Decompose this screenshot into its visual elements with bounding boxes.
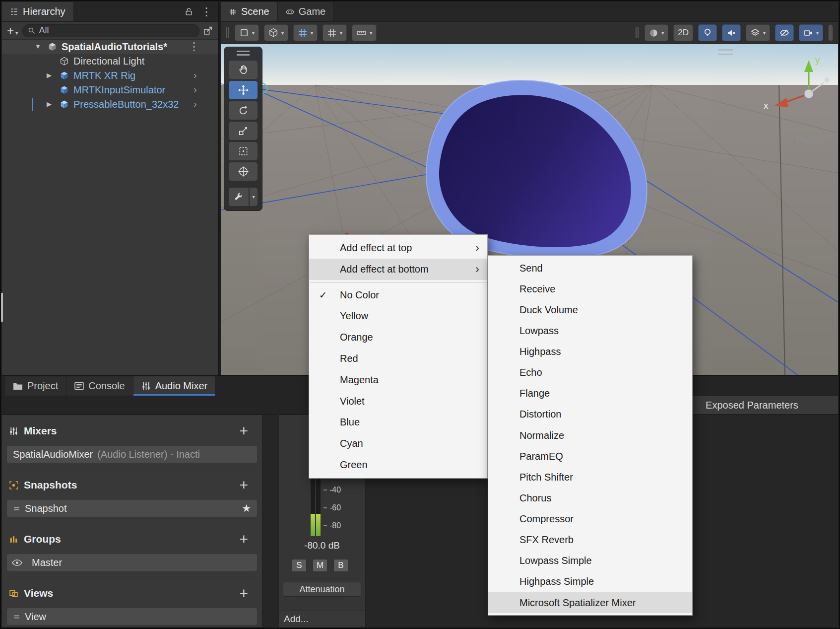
grid-snapping-button[interactable]: ▾ xyxy=(293,24,318,41)
foldout-closed-icon[interactable]: ▶ xyxy=(47,71,52,79)
kebab-menu-icon[interactable]: ⋮ xyxy=(189,41,199,52)
hierarchy-item-mrtk-xr-rig[interactable]: ▶ MRTK XR Rig › xyxy=(2,69,218,83)
menu-item-add-effect-at-bottom[interactable]: Add effect at bottom› xyxy=(309,259,487,280)
lock-icon[interactable] xyxy=(185,7,193,16)
tool-handle-rotation-button[interactable]: ▾ xyxy=(235,24,259,41)
kebab-menu-icon[interactable]: ⋮ xyxy=(201,6,212,17)
menu-item-parameq[interactable]: ParamEQ xyxy=(488,446,692,467)
prefab-open-icon[interactable]: › xyxy=(194,84,197,95)
volume-db-label[interactable]: -80.0 dB xyxy=(279,540,365,551)
palette-drag-handle-icon[interactable] xyxy=(237,51,250,56)
menu-item-echo[interactable]: Echo xyxy=(488,362,692,383)
visibility-toggle[interactable] xyxy=(775,24,794,41)
mute-button[interactable]: M xyxy=(313,559,327,572)
menu-item-duck-volume[interactable]: Duck Volume xyxy=(488,299,692,320)
foldout-closed-icon[interactable]: ▶ xyxy=(47,100,52,108)
add-snapshot-button[interactable]: + xyxy=(239,478,255,492)
hierarchy-item-mrtk-input-simulator[interactable]: MRTKInputSimulator › xyxy=(2,83,218,97)
menu-item-microsoft-spatializer-mixer[interactable]: Microsoft Spatializer Mixer xyxy=(488,592,692,613)
search-input[interactable]: All xyxy=(22,24,199,37)
menu-item-send[interactable]: Send xyxy=(488,258,692,279)
tab-game[interactable]: Game xyxy=(278,2,334,21)
menu-item-chorus[interactable]: Chorus xyxy=(488,488,692,508)
eye-icon[interactable] xyxy=(12,559,22,566)
groups-title: Groups xyxy=(24,533,61,545)
tab-scene[interactable]: Scene xyxy=(221,2,278,21)
mixer-icon xyxy=(141,381,151,391)
scale-icon xyxy=(238,125,249,137)
tab-project[interactable]: Project xyxy=(5,376,66,396)
menu-item-magenta[interactable]: Magenta xyxy=(309,369,487,391)
start-snapshot-star-icon[interactable]: ★ xyxy=(242,502,251,514)
add-mixer-button[interactable]: + xyxy=(239,423,255,438)
orientation-gizmo[interactable]: y x xyxy=(764,55,830,111)
menu-item-pitch-shifter[interactable]: Pitch Shifter xyxy=(488,467,692,488)
menu-item-normalize[interactable]: Normalize xyxy=(488,425,692,446)
2d-toggle[interactable]: 2D xyxy=(673,24,693,41)
menu-item-orange[interactable]: Orange xyxy=(309,327,487,348)
menu-item-lowpass[interactable]: Lowpass xyxy=(488,320,692,341)
snapshot-row[interactable]: Snapshot ★ xyxy=(7,500,257,517)
menu-item-blue[interactable]: Blue xyxy=(309,412,487,433)
menu-item-receive[interactable]: Receive xyxy=(488,279,692,299)
group-row-master[interactable]: Master xyxy=(7,554,257,571)
custom-tool-button[interactable] xyxy=(229,188,249,206)
item-label: MRTKInputSimulator xyxy=(73,84,165,96)
bypass-button[interactable]: B xyxy=(333,559,348,572)
view-row[interactable]: View xyxy=(7,608,257,625)
menu-item-no-color[interactable]: ✓No Color xyxy=(309,284,487,306)
audio-toggle[interactable] xyxy=(722,24,741,41)
hand-tool-button[interactable] xyxy=(229,61,258,79)
menu-item-violet[interactable]: Violet xyxy=(309,391,487,412)
move-tool-button[interactable] xyxy=(229,81,258,99)
menu-item-yellow[interactable]: Yellow xyxy=(309,305,487,327)
create-button[interactable]: +▾ xyxy=(7,24,18,38)
transform-tool-button[interactable] xyxy=(229,162,258,181)
lighting-toggle[interactable] xyxy=(698,24,717,41)
menu-item-sfx-reverb[interactable]: SFX Reverb xyxy=(488,530,692,551)
camera-settings-button[interactable]: ▾ xyxy=(799,24,823,41)
scrollbar-nub[interactable] xyxy=(1,293,3,322)
menu-item-red[interactable]: Red xyxy=(309,348,487,369)
prefab-open-icon[interactable]: › xyxy=(194,98,197,110)
tab-hierarchy[interactable]: Hierarchy xyxy=(2,2,74,21)
hierarchy-row-scene[interactable]: ▼ SpatialAudioTutorials* ⋮ xyxy=(2,40,218,54)
hierarchy-item-directional-light[interactable]: Directional Light xyxy=(2,54,218,69)
hierarchy-item-pressable-button[interactable]: ▶ PressableButton_32x32 › xyxy=(2,97,218,112)
foldout-open-icon[interactable]: ▼ xyxy=(35,43,41,50)
add-group-button[interactable]: + xyxy=(239,532,255,547)
shading-mode-button[interactable]: ▾ xyxy=(645,24,668,41)
custom-tool-dropdown[interactable]: ▾ xyxy=(250,188,258,206)
add-view-button[interactable]: + xyxy=(239,586,255,601)
caret-down-icon: ▾ xyxy=(311,30,313,36)
tab-audio-mixer[interactable]: Audio Mixer xyxy=(133,376,216,396)
menu-item-distortion[interactable]: Distortion xyxy=(488,404,692,425)
menu-item-add-effect-at-top[interactable]: Add effect at top› xyxy=(309,237,487,259)
rect-tool-button[interactable] xyxy=(229,142,258,160)
add-effect-button[interactable]: Add... xyxy=(279,611,365,627)
menu-item-highpass-simple[interactable]: Highpass Simple xyxy=(488,571,692,592)
attenuation-effect-slot[interactable]: Attenuation xyxy=(283,582,361,597)
menu-item-green[interactable]: Green xyxy=(309,454,487,476)
solo-button[interactable]: S xyxy=(292,559,307,572)
grid-visibility-button[interactable]: ▾ xyxy=(323,24,347,41)
mixer-row-spatialaudiomixer[interactable]: SpatialAudioMixer (Audio Listener) - Ina… xyxy=(7,446,257,463)
measure-tool-button[interactable]: ▾ xyxy=(352,24,377,41)
tool-handle-pivot-button[interactable]: ▾ xyxy=(264,24,288,41)
tab-console[interactable]: Console xyxy=(66,376,133,396)
overflow-button[interactable] xyxy=(828,24,833,41)
menu-item-highpass[interactable]: Highpass xyxy=(488,342,692,362)
scale-tool-button[interactable] xyxy=(229,122,258,140)
rotate-tool-button[interactable] xyxy=(229,101,258,120)
menu-item-cyan[interactable]: Cyan xyxy=(309,433,487,454)
menu-item-compressor[interactable]: Compressor xyxy=(488,509,692,530)
menu-item-lowpass-simple[interactable]: Lowpass Simple xyxy=(488,551,692,571)
prefab-open-icon[interactable]: › xyxy=(194,70,197,81)
snapshots-section: Snapshots + Snapshot ★ xyxy=(2,469,262,523)
overlay-handle-icon[interactable] xyxy=(718,49,733,55)
effects-toggle[interactable]: ▾ xyxy=(746,24,770,41)
menu-item-flange[interactable]: Flange xyxy=(488,383,692,404)
persp-indicator[interactable]: Persp xyxy=(785,135,823,146)
picker-icon[interactable] xyxy=(203,26,213,35)
scene-tabbar: Scene Game xyxy=(221,2,838,22)
